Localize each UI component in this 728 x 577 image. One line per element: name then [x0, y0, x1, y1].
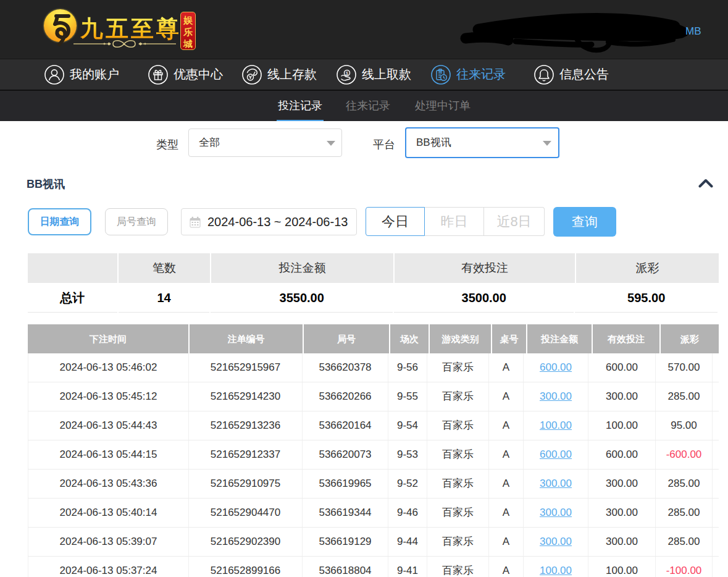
svg-text:$: $ [346, 71, 348, 75]
